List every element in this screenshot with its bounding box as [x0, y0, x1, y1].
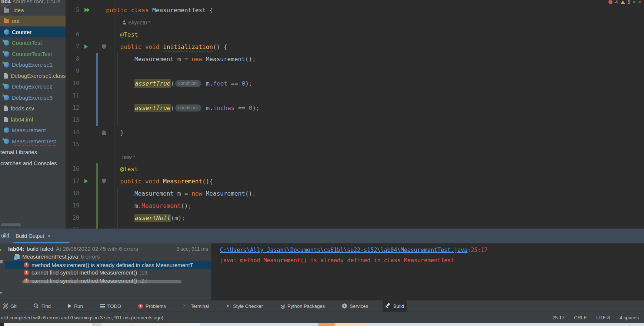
file-encoding[interactable]: UTF-8: [596, 315, 610, 320]
toolbar-style-checker[interactable]: Style Checker: [223, 300, 266, 312]
code-line-13[interactable]: 13: [66, 114, 644, 126]
author-icon: [122, 20, 126, 25]
code-line-21[interactable]: 21: [66, 224, 644, 229]
build-output-tree: lab04: build failed At 28/06/2022 02:45 …: [5, 243, 211, 300]
code-token: ;: [181, 214, 185, 222]
code-line-6[interactable]: 6 @Test: [66, 29, 644, 41]
folder-gray-icon: [4, 9, 9, 13]
inspections-status-icon[interactable]: ×: [633, 0, 636, 5]
folder-orange-icon: [4, 19, 9, 23]
tree-item-countertesttest[interactable]: CounterTestTest: [0, 49, 66, 59]
code-line-10[interactable]: 10 assertTrue(condition: m.feet == 0);: [66, 77, 644, 90]
code-line-11[interactable]: 11: [66, 90, 644, 102]
status-right-group: 25:17 CRLF UTF-8 4 spaces: [553, 315, 639, 320]
tree-item-cratches-and-consoles[interactable]: cratches and Consoles: [0, 158, 66, 169]
tree-item-debugexercise3[interactable]: DebugExercise3: [0, 92, 66, 103]
parameter-hint: condition:: [175, 104, 201, 112]
indent-setting[interactable]: 4 spaces: [620, 315, 639, 320]
build-row-2[interactable]: !method Measurement() is already defined…: [5, 261, 211, 269]
build-row-title: lab04:: [8, 246, 24, 252]
fold-marker-icon[interactable]: [102, 179, 106, 184]
tree-item-debugexercise1[interactable]: DebugExercise1: [0, 59, 66, 70]
toolbar-git[interactable]: Git: [1, 300, 19, 312]
ide-window: 5public class MeasurementTest {Skynet0 *…: [0, 0, 644, 326]
tree-item-measurementtest[interactable]: MeasurementTest: [0, 136, 66, 147]
inspections-widget[interactable]: 4 6 × ×: [608, 0, 641, 5]
toolbar-find[interactable]: Find: [31, 300, 53, 312]
code-token: (): [181, 202, 188, 209]
toolbar-run[interactable]: Run: [65, 300, 86, 312]
run-test-icon[interactable]: [84, 44, 88, 49]
tree-item-debugexercise1-class[interactable]: DebugExercise1.class: [0, 70, 66, 81]
toolbar-build[interactable]: Build: [383, 300, 407, 312]
code-text: Measurement m = new Measurement();: [106, 187, 256, 200]
tree-root[interactable]: b04 sources root, C:\Us: [1, 0, 60, 5]
tree-item-countertest[interactable]: CounterTest: [0, 37, 66, 48]
run-test-icon[interactable]: [84, 179, 88, 183]
tab-build-output[interactable]: Build Output ×: [16, 229, 50, 243]
code-line-8[interactable]: 8 Measurement m = new Measurement();: [66, 53, 644, 65]
file-link[interactable]: C:\Users\Ally Jasani\Documents\cs61bl\su…: [220, 247, 467, 253]
code-line-5[interactable]: 5public class MeasurementTest {: [66, 4, 644, 16]
build-row-text: method Measurement() is already defined …: [31, 262, 193, 268]
tree-item-counter[interactable]: Counter: [0, 27, 66, 37]
tree-item-lab04-iml[interactable]: lab04.iml: [0, 114, 66, 125]
toolbar-services[interactable]: Services: [339, 300, 371, 312]
code-line-15[interactable]: 15: [66, 139, 644, 151]
background-segment: [4, 323, 200, 326]
toolbar-label: Run: [74, 303, 83, 309]
code-line-16[interactable]: 16 @Test: [66, 163, 644, 175]
tree-item-label: MeasurementTest: [12, 138, 56, 144]
tab-close-icon[interactable]: ×: [47, 233, 50, 239]
toolbar-problems[interactable]: Problems: [136, 300, 168, 312]
code-line-12[interactable]: 12 assertTrue(condition: m.inches == 0);: [66, 102, 644, 114]
code-line-9[interactable]: 9: [66, 65, 644, 77]
caret-position[interactable]: 25:17: [553, 315, 565, 320]
expand-icon[interactable]: ▸: [0, 290, 3, 295]
project-panel: b04 sources root, C:\Us .ideaoutCounterC…: [0, 0, 66, 229]
tree-item-foods-csv[interactable]: foods.csv: [0, 103, 66, 114]
tree-item-ternal-libraries[interactable]: ternal Libraries: [0, 147, 66, 157]
close-icon[interactable]: ×: [638, 0, 641, 5]
build-list-scrollbar[interactable]: [22, 280, 181, 283]
warning-indicator-icon[interactable]: [621, 0, 625, 4]
code-line-7[interactable]: 7 public void initialization() {: [66, 41, 644, 53]
tree-root-path: sources root, C:\Us: [13, 0, 60, 4]
editor: 5public class MeasurementTest {Skynet0 *…: [66, 0, 644, 229]
code-line-14[interactable]: 14 }: [66, 126, 644, 139]
project-tree-scrollbar[interactable]: [1, 223, 21, 226]
toolbar-python-packages[interactable]: Python Packages: [277, 300, 327, 312]
toolbar-terminal[interactable]: Terminal: [180, 300, 211, 312]
code-line-18[interactable]: 18 Measurement m = new Measurement();: [66, 187, 644, 200]
tree-item-idea[interactable]: .idea: [0, 5, 66, 16]
line-number: 16: [66, 163, 79, 175]
code-token: (m): [171, 214, 181, 222]
tree-item-measurement[interactable]: Measurement: [0, 125, 66, 136]
code-token: assertTrue: [134, 104, 171, 112]
tree-item-label: DebugExercise1: [12, 61, 53, 68]
line-ending[interactable]: CRLF: [574, 315, 587, 320]
code-line-19[interactable]: 19 m.Measurement();: [66, 200, 644, 212]
line-number: 18: [66, 187, 79, 200]
rerun-icon[interactable]: [0, 248, 2, 252]
fold-marker-icon[interactable]: [102, 130, 106, 135]
code-token: inches: [213, 104, 234, 112]
class-test-icon: [4, 40, 9, 46]
error-indicator-icon[interactable]: [608, 0, 613, 4]
toolbar-todo[interactable]: TODO: [97, 300, 124, 312]
stop-icon[interactable]: [0, 260, 3, 263]
build-row-0[interactable]: lab04: build failed At 28/06/2022 02:45 …: [5, 245, 211, 253]
tree-item-debugexercise2[interactable]: DebugExercise2: [0, 81, 66, 92]
background-window-strip: [0, 323, 644, 326]
tree-item-label: cratches and Consoles: [0, 160, 57, 166]
code-line-17[interactable]: 17 public void Measurement(){: [66, 175, 644, 187]
background-segment: [365, 323, 644, 326]
line-number: 21: [66, 224, 79, 229]
run-all-icon[interactable]: [84, 8, 90, 12]
code-line-20[interactable]: 20 assertNull(m);: [66, 212, 644, 224]
fold-marker-icon[interactable]: [102, 44, 106, 49]
code-token: ;: [252, 56, 256, 63]
build-row-1[interactable]: MeasurementTest.java 6 errors: [5, 253, 211, 260]
tree-item-out[interactable]: out: [0, 16, 66, 26]
build-row-3[interactable]: !cannot find symbol method Measurement()…: [5, 269, 211, 276]
